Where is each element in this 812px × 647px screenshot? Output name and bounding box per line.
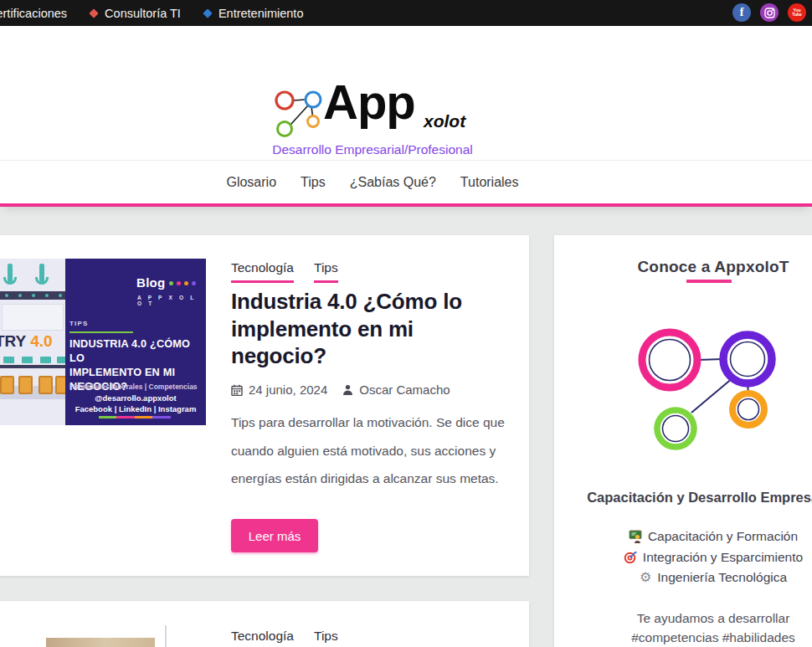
- nav-item-tutoriales[interactable]: Tutoriales: [460, 175, 519, 190]
- top-menu-item-entretenimiento[interactable]: Entretenimiento: [204, 7, 304, 20]
- sidebar-item-ingenieria: ⚙ Ingeniería Tecnológica: [554, 570, 812, 585]
- industry-text: TRY 4.0: [0, 332, 53, 351]
- site-header: App xolot Desarrollo Empresarial/Profesi…: [0, 26, 812, 160]
- facebook-icon[interactable]: f: [732, 3, 751, 22]
- factory-illustration: TRY 4.0: [0, 259, 65, 425]
- post-date: 24 junio, 2024: [249, 383, 327, 397]
- thumb-handle: @desarrollo.appxolot: [65, 393, 206, 403]
- post2-divider: [165, 625, 167, 647]
- sidebar-footer-line: #competencias #habilidades: [554, 630, 812, 645]
- thumb-dots: [169, 281, 197, 286]
- thumbnail-panel: Blog A P P X O L O T TIPS INDUSTRIA 4.0 …: [65, 259, 206, 425]
- sidebar-heading-underline: [686, 280, 732, 283]
- post2-categories: Tecnología Tips: [231, 629, 338, 647]
- top-menu-item-consultoria[interactable]: Consultoría TI: [90, 7, 181, 20]
- thumb-brand: A P P X O L O T: [137, 295, 206, 306]
- sidebar-subheading: Capacitación y Desarrollo Empresarial: [554, 490, 812, 506]
- category-tips[interactable]: Tips: [314, 260, 338, 283]
- instagram-icon[interactable]: [760, 3, 779, 22]
- top-menu-label: Consultoría TI: [105, 7, 181, 20]
- instagram-glyph: [764, 8, 775, 18]
- crate-icon: [39, 376, 53, 394]
- read-more-label: Leer más: [249, 529, 301, 543]
- sidebar-item-label: Ingeniería Tecnológica: [657, 570, 787, 585]
- top-menu: Certificaciones Consultoría TI Entreteni…: [0, 0, 303, 26]
- main-nav: Glosario Tips ¿Sabías Qué? Tutoriales: [0, 160, 812, 207]
- social-links: f You Tube: [732, 3, 806, 22]
- post-title[interactable]: Industria 4.0 ¿Cómo lo implemento en mi …: [231, 288, 511, 370]
- thumb-tag: TIPS: [69, 320, 89, 327]
- post-meta: 24 junio, 2024 Oscar Camacho: [231, 383, 450, 397]
- top-menu-item-certificaciones[interactable]: Certificaciones: [0, 7, 67, 20]
- site-title-sub: xolot: [424, 111, 465, 131]
- post2-thumbnail[interactable]: [46, 638, 155, 647]
- teacher-icon: [629, 530, 642, 543]
- sidebar-item-label: Integración y Esparcimiento: [643, 550, 803, 565]
- nav-item-sabias-que[interactable]: ¿Sabías Qué?: [350, 175, 436, 190]
- logo-molecule-icon: [274, 88, 326, 140]
- sidebar-item-integracion: Integración y Esparcimiento: [554, 550, 812, 565]
- diamond-icon: [89, 8, 98, 18]
- nav-item-glosario[interactable]: Glosario: [226, 175, 276, 190]
- calendar-icon: [231, 384, 243, 396]
- facebook-glyph: f: [740, 6, 744, 19]
- category-tips[interactable]: Tips: [314, 629, 338, 647]
- site-title: App: [323, 73, 415, 131]
- post-author-wrap: Oscar Camacho: [342, 383, 450, 397]
- person-icon: [342, 384, 353, 395]
- post-excerpt: Tips para desarrollar la motivación. Se …: [231, 408, 522, 493]
- sidebar-molecule-graphic: [552, 311, 812, 475]
- sidebar-footer-line: Te ayudamos a desarrollar: [554, 611, 812, 626]
- crate-icon: [0, 376, 14, 394]
- gear-icon: ⚙: [640, 571, 651, 584]
- thumb-blog-word: Blog: [136, 275, 166, 290]
- nav-item-tips[interactable]: Tips: [301, 175, 326, 190]
- site-logo[interactable]: App xolot: [274, 78, 491, 145]
- robot-arm-icon: [33, 264, 50, 289]
- top-menu-label: Entretenimiento: [218, 7, 304, 20]
- youtube-icon[interactable]: You Tube: [788, 3, 806, 22]
- sidebar-item-capacitacion: Capacitación y Formación: [554, 529, 812, 544]
- robot-arm-icon: [2, 264, 18, 289]
- target-icon: [624, 551, 637, 564]
- crate-icon: [18, 376, 33, 394]
- sidebar-heading: Conoce a AppxoloT: [554, 258, 812, 276]
- read-more-button[interactable]: Leer más: [231, 519, 318, 552]
- category-tecnologia[interactable]: Tecnología: [231, 629, 294, 647]
- top-bar: Certificaciones Consultoría TI Entreteni…: [0, 0, 812, 26]
- thumb-subtitle: Habilidades laborales | Competencias: [69, 383, 198, 391]
- thumb-socials: Facebook | LinkedIn | Instagram: [65, 404, 206, 413]
- post-date-wrap: 24 junio, 2024: [231, 383, 327, 397]
- diamond-icon: [203, 8, 212, 18]
- post-thumbnail[interactable]: TRY 4.0 Blog A P P X O L O T: [0, 259, 206, 425]
- post1-categories: Tecnología Tips: [231, 260, 338, 283]
- top-menu-label: Certificaciones: [0, 7, 67, 20]
- site-tagline: Desarrollo Empresarial/Profesional: [205, 142, 540, 157]
- post-author[interactable]: Oscar Camacho: [359, 383, 450, 397]
- sidebar-item-label: Capacitación y Formación: [648, 529, 798, 544]
- youtube-glyph: You Tube: [792, 8, 802, 17]
- category-tecnologia[interactable]: Tecnología: [231, 260, 294, 283]
- page: Certificaciones Consultoría TI Entreteni…: [0, 0, 812, 647]
